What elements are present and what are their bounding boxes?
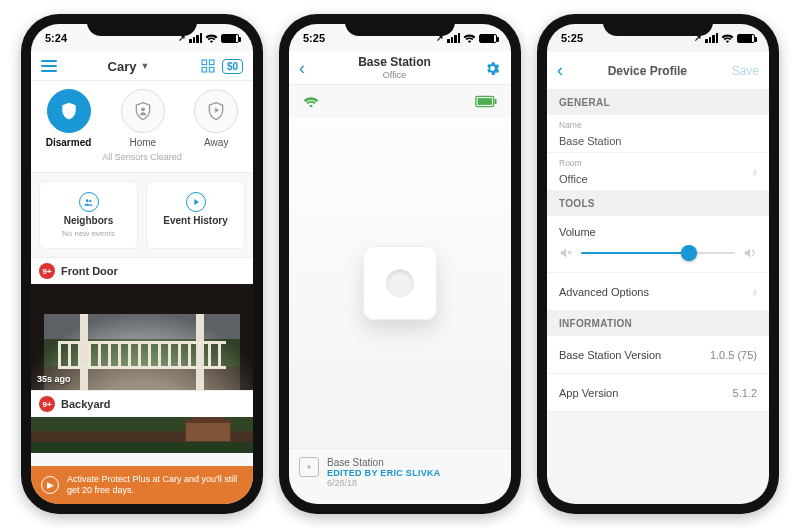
play-circle-icon: ▶ (41, 476, 59, 494)
footer-name: Base Station (327, 457, 441, 468)
dashboard-cards: Neighbors No new events Event History (31, 173, 253, 257)
snapshot-timestamp: 35s ago (37, 374, 71, 384)
location-name: Cary (108, 59, 137, 74)
back-button[interactable]: ‹ (557, 60, 563, 81)
mode-away[interactable]: Away (194, 89, 238, 148)
row-app-version: App Version 5.1.2 (547, 374, 769, 412)
svg-rect-2 (202, 67, 207, 72)
promo-banner[interactable]: ▶ Activate Protect Plus at Cary and you'… (31, 466, 253, 505)
screen-dashboard: 5:24 ↗ Cary ▼ $0 (31, 24, 253, 504)
svg-point-4 (141, 107, 145, 111)
status-time: 5:25 (561, 32, 583, 44)
notch (603, 14, 713, 36)
notch (87, 14, 197, 36)
profile-header: ‹ Device Profile Save (547, 52, 769, 90)
camera-name: Backyard (61, 398, 111, 410)
wifi-status-icon (303, 95, 319, 108)
signal-icon (705, 33, 718, 43)
back-button[interactable]: ‹ (299, 58, 305, 79)
hub-icon (299, 457, 319, 477)
footer-editor: EDITED BY ERIC SLIVKA (327, 468, 441, 478)
shield-off-icon (47, 89, 91, 133)
row-room[interactable]: Room Office › (547, 153, 769, 191)
row-value: 1.0.5 (75) (710, 349, 757, 361)
shield-away-icon (194, 89, 238, 133)
page-title: Device Profile (608, 64, 687, 78)
neighbors-card[interactable]: Neighbors No new events (39, 181, 138, 249)
card-title: Event History (163, 215, 227, 226)
mode-label: Disarmed (46, 137, 92, 148)
device-footer[interactable]: Base Station EDITED BY ERIC SLIVKA 6/28/… (289, 448, 511, 504)
base-station-image (363, 246, 437, 320)
row-label: App Version (559, 387, 618, 399)
chevron-down-icon: ▼ (140, 61, 149, 71)
row-label: Base Station Version (559, 349, 661, 361)
row-value: 5.1.2 (733, 387, 757, 399)
card-title: Neighbors (64, 215, 113, 226)
device-room: Office (358, 70, 431, 80)
svg-rect-1 (209, 60, 214, 65)
volume-mute-icon (559, 246, 573, 260)
neighbors-icon (79, 192, 99, 212)
phone-dashboard: 5:24 ↗ Cary ▼ $0 (21, 14, 263, 514)
device-title: Base Station (358, 56, 431, 70)
row-volume: Volume (547, 216, 769, 273)
footer-date: 6/28/18 (327, 478, 441, 488)
svg-rect-8 (494, 99, 496, 104)
section-general: GENERAL (547, 90, 769, 115)
notch (345, 14, 455, 36)
camera-snapshot-front[interactable]: 35s ago (31, 284, 253, 390)
mode-home[interactable]: Home (121, 89, 165, 148)
banner-text: Activate Protect Plus at Cary and you'll… (67, 474, 237, 497)
slider-track[interactable] (581, 252, 735, 254)
svg-rect-3 (209, 67, 214, 72)
camera-snapshot-back[interactable] (31, 417, 253, 453)
slider-knob[interactable] (681, 245, 697, 261)
svg-point-6 (89, 200, 91, 202)
camera-header-back[interactable]: 9+ Backyard (31, 390, 253, 417)
wifi-icon (721, 33, 734, 43)
row-advanced[interactable]: Advanced Options › (547, 273, 769, 311)
menu-icon[interactable] (41, 60, 57, 72)
card-subtitle: No new events (62, 229, 115, 238)
row-name[interactable]: Name Base Station (547, 115, 769, 153)
base-station-button-icon (386, 269, 414, 297)
slider-fill (581, 252, 689, 254)
location-selector[interactable]: Cary ▼ (108, 59, 150, 74)
section-info: INFORMATION (547, 311, 769, 336)
event-count-badge: 9+ (39, 396, 55, 412)
device-image-area (289, 118, 511, 448)
volume-label: Volume (559, 226, 757, 238)
chevron-right-icon: › (753, 165, 757, 179)
shield-home-icon (121, 89, 165, 133)
mode-disarmed[interactable]: Disarmed (46, 89, 92, 148)
status-time: 5:24 (45, 32, 67, 44)
layout-icon[interactable] (200, 58, 216, 74)
phone-device-profile: 5:25 ↗ ‹ Device Profile Save GENERAL Nam… (537, 14, 779, 514)
event-count-badge: 9+ (39, 263, 55, 279)
app-header: Cary ▼ $0 (31, 52, 253, 81)
volume-up-icon (743, 246, 757, 260)
mode-label: Home (129, 137, 156, 148)
page-title: Base Station Office (358, 56, 431, 80)
row-base-version: Base Station Version 1.0.5 (75) (547, 336, 769, 374)
history-card[interactable]: Event History (146, 181, 245, 249)
settings-button[interactable] (484, 60, 501, 77)
svg-point-10 (307, 465, 310, 468)
gear-icon (484, 60, 501, 77)
field-value: Base Station (559, 135, 621, 147)
sensor-status: All Sensors Cleared (31, 148, 253, 166)
device-header: ‹ Base Station Office (289, 52, 511, 85)
mode-label: Away (204, 137, 228, 148)
battery-status-icon (475, 95, 497, 108)
section-tools: TOOLS (547, 191, 769, 216)
save-button[interactable]: Save (732, 64, 759, 78)
status-time: 5:25 (303, 32, 325, 44)
play-icon (186, 192, 206, 212)
wifi-icon (463, 33, 476, 43)
volume-slider[interactable] (559, 246, 757, 260)
camera-header-front[interactable]: 9+ Front Door (31, 257, 253, 284)
device-meta: Base Station EDITED BY ERIC SLIVKA 6/28/… (327, 457, 441, 488)
balance-pill[interactable]: $0 (222, 59, 243, 74)
field-label: Name (559, 120, 582, 130)
